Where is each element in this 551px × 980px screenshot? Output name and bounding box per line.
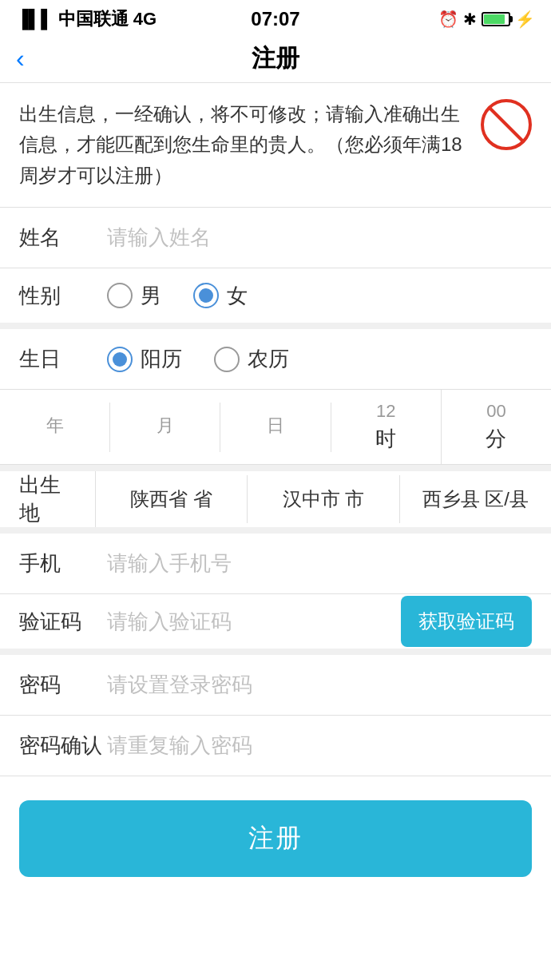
minute-label: 分	[486, 425, 506, 453]
gender-row: 性别 男 女	[0, 268, 551, 329]
female-label: 女	[227, 282, 248, 310]
district-selector[interactable]: 西乡县 区/县	[400, 475, 551, 523]
page-title: 注册	[252, 42, 299, 75]
birthday-label: 生日	[19, 345, 107, 373]
hour-header: 12	[376, 401, 395, 422]
male-radio[interactable]	[107, 283, 133, 308]
solar-label: 阳历	[141, 345, 182, 373]
birthday-section: 生日 阳历 农历 年 月	[0, 329, 551, 471]
password-confirm-input[interactable]	[107, 733, 532, 758]
phone-row: 手机	[0, 534, 551, 594]
day-header: 日	[267, 414, 284, 438]
datetime-row: 年 月 日 12 时 00 分	[0, 390, 551, 465]
nav-bar: ‹ 注册	[0, 35, 551, 83]
time-display: 07:07	[251, 8, 299, 30]
no-entry-icon	[481, 99, 532, 150]
name-label: 姓名	[19, 224, 107, 252]
year-header: 年	[46, 414, 64, 438]
month-header: 月	[157, 414, 174, 438]
password-confirm-label: 密码确认	[19, 732, 107, 760]
province-selector[interactable]: 陕西省 省	[96, 475, 248, 523]
notice-box: 出生信息，一经确认，将不可修改；请输入准确出生信息，才能匹配到您生命里的贵人。（…	[0, 83, 551, 208]
verify-input[interactable]	[107, 609, 401, 634]
signal-icon: ▐▌▌	[16, 9, 54, 30]
get-code-button[interactable]: 获取验证码	[401, 596, 532, 647]
female-radio-dot	[199, 288, 213, 303]
status-icons: ⏰ ✱ ⚡	[438, 10, 535, 29]
hour-col[interactable]: 12 时	[331, 390, 442, 464]
day-col[interactable]: 日	[220, 403, 331, 452]
battery-icon	[482, 12, 510, 26]
gender-male[interactable]: 男	[107, 282, 161, 310]
birthplace-row: 出生地 陕西省 省 汉中市 市 西乡县 区/县	[0, 471, 551, 534]
month-col[interactable]: 月	[110, 403, 220, 452]
svg-line-1	[489, 107, 524, 142]
minute-header: 00	[486, 401, 505, 422]
female-radio[interactable]	[193, 283, 219, 308]
gender-options: 男 女	[107, 282, 248, 310]
password-input[interactable]	[107, 673, 532, 697]
charging-icon: ⚡	[515, 10, 535, 29]
notice-text: 出生信息，一经确认，将不可修改；请输入准确出生信息，才能匹配到您生命里的贵人。（…	[19, 99, 468, 191]
register-button[interactable]: 注册	[19, 800, 532, 877]
solar-dot	[113, 352, 127, 367]
carrier-label: 中国联通	[58, 7, 129, 31]
birthday-type-row: 生日 阳历 农历	[0, 329, 551, 390]
form-section: 姓名 性别 男 女 生日	[0, 208, 551, 776]
carrier-info: ▐▌▌ 中国联通 4G	[16, 7, 157, 31]
phone-input[interactable]	[107, 551, 532, 576]
alarm-icon: ⏰	[438, 10, 458, 29]
birthplace-values: 陕西省 省 汉中市 市 西乡县 区/县	[96, 475, 551, 523]
password-label: 密码	[19, 671, 107, 699]
phone-label: 手机	[19, 550, 107, 577]
solar-calendar[interactable]: 阳历	[107, 345, 182, 373]
birthplace-label: 出生地	[0, 471, 96, 527]
back-button[interactable]: ‹	[16, 44, 25, 73]
verify-label: 验证码	[19, 608, 107, 636]
lunar-radio[interactable]	[214, 347, 240, 372]
city-selector[interactable]: 汉中市 市	[248, 475, 399, 523]
lunar-label: 农历	[248, 345, 289, 373]
gender-label: 性别	[19, 282, 107, 310]
hour-label: 时	[375, 425, 396, 453]
year-col[interactable]: 年	[0, 403, 110, 452]
status-bar: ▐▌▌ 中国联通 4G 07:07 ⏰ ✱ ⚡	[0, 0, 551, 35]
network-type: 4G	[133, 9, 157, 30]
password-row: 密码	[0, 655, 551, 716]
password-confirm-row: 密码确认	[0, 716, 551, 776]
solar-radio[interactable]	[107, 347, 133, 372]
name-input[interactable]	[107, 225, 532, 250]
minute-col[interactable]: 00 分	[442, 390, 551, 464]
male-label: 男	[141, 282, 161, 310]
register-section: 注册	[0, 776, 551, 909]
bluetooth-icon: ✱	[463, 10, 477, 29]
name-row: 姓名	[0, 208, 551, 268]
verify-row: 验证码 获取验证码	[0, 594, 551, 655]
gender-female[interactable]: 女	[193, 282, 248, 310]
birthday-types: 阳历 农历	[107, 345, 289, 373]
lunar-calendar[interactable]: 农历	[214, 345, 289, 373]
